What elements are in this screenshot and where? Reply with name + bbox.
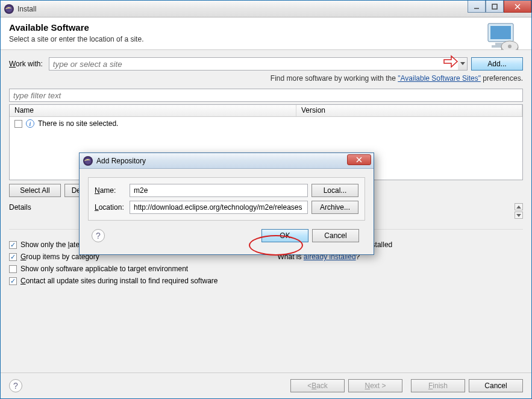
location-label: Location:: [95, 203, 130, 212]
dialog-titlebar: Add Repository: [80, 153, 374, 169]
work-with-label: Work with:: [9, 60, 43, 68]
help-icon[interactable]: ?: [9, 379, 22, 392]
tree-empty-row: i There is no site selected.: [14, 119, 518, 128]
checkbox-contact[interactable]: [9, 277, 17, 285]
wizard-banner: Available Software Select a site or ente…: [1, 17, 531, 50]
svg-marker-13: [516, 214, 521, 217]
svg-marker-11: [460, 62, 465, 65]
details-expand-down[interactable]: [515, 212, 523, 219]
software-sites-hint: Find more software by working with the "…: [9, 74, 523, 83]
details-expand-up[interactable]: [515, 203, 523, 210]
finish-button[interactable]: Finish: [411, 379, 465, 392]
location-input[interactable]: [130, 201, 308, 214]
add-button[interactable]: Add...: [471, 57, 523, 71]
banner-subtitle: Select a site or enter the location of a…: [9, 35, 523, 43]
back-button[interactable]: < Back: [290, 379, 345, 392]
work-with-input[interactable]: [49, 57, 458, 71]
annotation-arrow-icon: [443, 54, 458, 69]
tree-empty-text: There is no site selected.: [38, 119, 118, 128]
archive-button[interactable]: Archive...: [311, 201, 358, 214]
next-button[interactable]: Next >: [348, 379, 402, 392]
tree-header: Name Version: [10, 105, 522, 117]
info-icon: i: [26, 119, 34, 128]
maximize-button[interactable]: [486, 1, 504, 13]
row-checkbox[interactable]: [14, 120, 22, 128]
name-input[interactable]: [130, 184, 308, 197]
svg-rect-1: [492, 4, 497, 9]
banner-heading: Available Software: [9, 22, 523, 33]
option-applicable[interactable]: Show only software applicable to target …: [9, 265, 266, 273]
local-button[interactable]: Local...: [311, 184, 358, 197]
window-titlebar: Install: [1, 1, 531, 17]
option-contact[interactable]: Contact all update sites during install …: [9, 277, 266, 285]
dialog-cancel-button[interactable]: Cancel: [312, 229, 359, 242]
dialog-close-button[interactable]: [347, 154, 371, 165]
details-label: Details: [9, 203, 31, 216]
minimize-button[interactable]: [468, 1, 486, 13]
col-version[interactable]: Version: [296, 105, 522, 116]
col-name[interactable]: Name: [10, 105, 296, 116]
checkbox-applicable[interactable]: [9, 265, 17, 273]
wizard-footer: ? < Back Next > Finish Cancel: [1, 372, 531, 398]
checkbox-latest[interactable]: [9, 241, 17, 249]
checkbox-group[interactable]: [9, 253, 17, 261]
svg-marker-12: [516, 206, 521, 209]
svg-rect-5: [490, 26, 511, 39]
eclipse-icon: [83, 156, 93, 166]
available-sites-link[interactable]: "Available Software Sites": [398, 74, 481, 83]
eclipse-icon: [4, 4, 14, 14]
ok-button[interactable]: OK: [261, 229, 308, 242]
dialog-title: Add Repository: [96, 157, 146, 165]
cancel-button[interactable]: Cancel: [469, 379, 523, 392]
window-title: Install: [17, 5, 36, 13]
name-label: Name:: [95, 186, 130, 195]
dialog-help-icon[interactable]: ?: [92, 229, 105, 242]
work-with-dropdown[interactable]: [458, 57, 468, 71]
svg-point-10: [508, 45, 512, 48]
select-all-button[interactable]: Select All: [9, 184, 61, 197]
close-button[interactable]: [504, 1, 531, 13]
add-repository-dialog: Add Repository Name: Local... Location: …: [79, 152, 374, 255]
filter-input[interactable]: [9, 89, 523, 102]
